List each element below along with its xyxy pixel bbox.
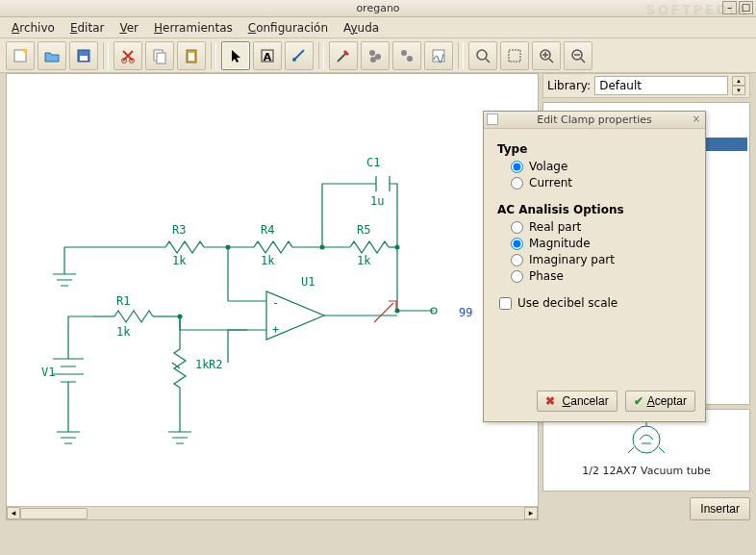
library-select[interactable]: Default <box>594 76 728 95</box>
pointer-tool[interactable] <box>221 41 250 70</box>
probe-tool[interactable] <box>329 41 358 70</box>
text-tool[interactable]: A <box>253 41 282 70</box>
svg-point-12 <box>292 58 296 62</box>
svg-text:A: A <box>264 51 272 63</box>
cancel-button[interactable]: ✖ Cancelar <box>537 391 617 412</box>
ref-r5: R5 <box>357 223 370 237</box>
window-title: oregano <box>356 2 399 14</box>
ac-option-phase[interactable]: Phase <box>511 269 692 283</box>
svg-point-19 <box>477 50 487 60</box>
menu-archivo[interactable]: Archivo <box>6 19 61 37</box>
svg-point-17 <box>407 56 413 62</box>
ac-option-imaginary[interactable]: Imaginary part <box>511 253 692 266</box>
library-spin[interactable]: ▴▾ <box>732 76 745 95</box>
schematic-drawing: C1 1u R3 1k R4 1k R5 1k <box>7 74 539 517</box>
accept-button[interactable]: ✔ Aceptar <box>625 391 695 412</box>
svg-rect-9 <box>189 53 194 61</box>
svg-point-31 <box>633 426 660 453</box>
menu-editar[interactable]: Editar <box>64 19 111 37</box>
window-titlebar: oregano – □ SOFTPEDIA <box>0 0 756 17</box>
hscrollbar[interactable]: ◂ ▸ <box>7 506 538 519</box>
zoom-out-button[interactable] <box>564 41 592 70</box>
svg-text:-: - <box>272 296 279 310</box>
open-button[interactable] <box>38 41 66 70</box>
copy-button[interactable] <box>145 41 174 70</box>
menu-herramientas[interactable]: Herramientas <box>148 19 239 37</box>
type-radio-voltage[interactable] <box>511 161 523 173</box>
val-r2: 1k <box>195 358 210 371</box>
ac-radio-real[interactable] <box>511 221 523 234</box>
canvas-viewport[interactable]: C1 1u R3 1k R4 1k R5 1k <box>6 73 539 520</box>
clamp-properties-dialog: Edit Clamp properties × Type Volage Curr… <box>483 111 706 422</box>
scroll-right-button[interactable]: ▸ <box>524 507 538 519</box>
accept-icon: ✔ <box>634 394 643 408</box>
svg-point-16 <box>401 50 407 56</box>
insert-button[interactable]: Insertar <box>690 497 750 520</box>
library-selected: Default <box>599 79 642 92</box>
ac-radio-imaginary[interactable] <box>511 254 523 266</box>
val-r3: 1k <box>172 254 187 267</box>
svg-point-15 <box>370 57 376 63</box>
paste-button[interactable] <box>177 41 206 70</box>
svg-point-24 <box>320 245 325 250</box>
decibel-checkbox-row[interactable]: Use decibel scale <box>499 296 692 310</box>
menu-ver[interactable]: Ver <box>113 19 144 37</box>
watermark: SOFTPEDIA <box>645 2 748 17</box>
wire-tool[interactable] <box>285 41 314 70</box>
ref-r1: R1 <box>116 294 130 308</box>
svg-point-14 <box>375 54 381 60</box>
zoom-region-tool[interactable] <box>500 41 529 70</box>
ac-radio-magnitude[interactable] <box>511 238 523 250</box>
library-label: Library: <box>547 79 591 92</box>
scroll-left-button[interactable]: ◂ <box>7 507 20 519</box>
dialog-title: Edit Clamp properties <box>537 114 652 126</box>
part-preview-caption: 1/2 12AX7 Vacuum tube <box>543 465 749 477</box>
ref-v1: V1 <box>41 366 55 379</box>
type-option-current[interactable]: Current <box>511 176 692 189</box>
type-radio-current[interactable] <box>511 177 523 189</box>
zoom-tool[interactable] <box>468 41 497 70</box>
svg-rect-20 <box>509 50 520 62</box>
menubar: Archivo Editar Ver Herramientas Configur… <box>0 17 756 38</box>
decibel-checkbox[interactable] <box>499 297 512 310</box>
ac-section-title: AC Analisis Options <box>497 203 692 216</box>
type-section-title: Type <box>497 142 692 156</box>
ref-u1: U1 <box>301 275 315 289</box>
type-option-voltage[interactable]: Volage <box>511 160 692 173</box>
settings-button[interactable] <box>392 41 421 70</box>
simulate-button[interactable] <box>361 41 390 70</box>
save-button[interactable] <box>69 41 98 70</box>
ref-c1: C1 <box>366 156 380 169</box>
dialog-titlebar[interactable]: Edit Clamp properties × <box>484 112 705 129</box>
val-r5: 1k <box>357 254 371 267</box>
val-r1: 1k <box>116 325 131 339</box>
val-c1: 1u <box>370 194 384 208</box>
toolbar: A <box>0 38 756 73</box>
svg-rect-3 <box>80 56 88 61</box>
ac-option-magnitude[interactable]: Magnitude <box>511 237 692 250</box>
net-label: 99 <box>459 306 472 319</box>
ac-option-real[interactable]: Real part <box>511 220 692 234</box>
ac-radio-phase[interactable] <box>511 270 523 283</box>
schematic-canvas[interactable]: C1 1u R3 1k R4 1k R5 1k <box>7 74 538 519</box>
zoom-in-button[interactable] <box>532 41 561 70</box>
svg-text:+: + <box>272 323 279 337</box>
cut-button[interactable] <box>113 41 142 70</box>
val-r4: 1k <box>261 254 275 267</box>
ref-r3: R3 <box>172 223 186 237</box>
scroll-thumb[interactable] <box>20 508 88 519</box>
ref-r2: R2 <box>209 358 222 371</box>
menu-configuracion[interactable]: Configuración <box>242 19 334 37</box>
svg-point-13 <box>369 50 375 56</box>
new-button[interactable] <box>6 41 35 70</box>
dialog-sysmenu-icon[interactable] <box>487 114 498 125</box>
plot-button[interactable] <box>424 41 453 70</box>
cancel-icon: ✖ <box>545 394 555 408</box>
part-preview-symbol <box>622 422 670 463</box>
ref-r4: R4 <box>261 223 274 237</box>
svg-rect-7 <box>157 53 165 63</box>
menu-ayuda[interactable]: Ayuda <box>338 19 385 37</box>
dialog-close-button[interactable]: × <box>691 114 702 125</box>
